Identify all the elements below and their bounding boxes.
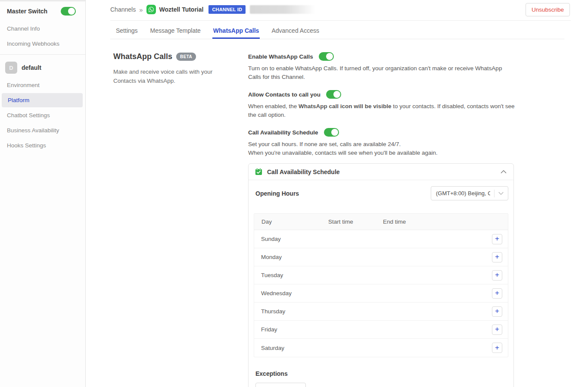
allow-contacts-toggle[interactable] <box>326 90 341 99</box>
breadcrumb-channels-link[interactable]: Channels <box>110 6 136 13</box>
section-intro: WhatsApp Calls BETA Make and receive voi… <box>113 52 248 387</box>
day-cell: Thursday <box>261 308 285 315</box>
day-cell: Wednesday <box>261 290 292 296</box>
allow-contacts-description: When enabled, the WhatsApp call icon wil… <box>248 102 515 119</box>
sidebar-item-business-availability[interactable]: Business Availability <box>0 123 85 137</box>
day-cell: Tuesday <box>261 272 283 278</box>
day-row: Friday + <box>254 321 508 339</box>
select-divider <box>494 190 495 197</box>
card-header[interactable]: Call Availability Schedule <box>249 164 513 180</box>
whatsapp-icon <box>146 5 156 14</box>
card-body: Opening Hours (GMT+8:00) Beijing, C... D… <box>249 180 513 387</box>
add-time-plus-button[interactable]: + <box>492 306 502 317</box>
main-area: Channels » Woztell Tutorial CHANNEL ID U… <box>86 0 588 387</box>
day-row: Wednesday + <box>254 284 508 303</box>
page-title: WhatsApp Calls <box>113 52 172 61</box>
beta-badge: BETA <box>176 53 196 61</box>
calendar-check-icon <box>255 168 263 176</box>
sidebar-divider <box>0 54 85 55</box>
col-end-time: End time <box>383 218 508 225</box>
enable-calls-toggle[interactable] <box>319 52 334 61</box>
sidebar-item-environment[interactable]: Environment <box>0 78 85 92</box>
settings-column: Enable WhatsApp Calls Turn on to enable … <box>248 52 515 387</box>
add-time-slot-button[interactable]: + Add Time Slot <box>255 383 306 387</box>
chevron-up-icon[interactable] <box>501 170 507 174</box>
sidebar-item-incoming-webhooks[interactable]: Incoming Webhooks <box>0 37 85 51</box>
channel-name: Woztell Tutorial <box>159 6 204 13</box>
tab-bar: Settings Message Template WhatsApp Calls… <box>86 23 588 39</box>
master-switch-toggle[interactable] <box>61 7 76 16</box>
sidebar: Master Switch Channel Info Incoming Webh… <box>0 0 86 387</box>
exceptions-label: Exceptions <box>255 370 508 377</box>
avatar: D <box>5 62 17 74</box>
col-day: Day <box>261 218 328 225</box>
call-availability-card: Call Availability Schedule Opening Hours… <box>248 163 514 387</box>
days-table-body: Sunday + Monday + Tuesday + Wednesday <box>254 230 508 357</box>
add-time-plus-button[interactable]: + <box>492 343 502 353</box>
timezone-value: (GMT+8:00) Beijing, C... <box>436 190 490 197</box>
tab-whatsapp-calls[interactable]: WhatsApp Calls <box>212 23 260 39</box>
allow-contacts-setting: Allow Contacts to call you When enabled,… <box>248 90 515 119</box>
schedule-toggle-label: Call Availability Schedule <box>248 129 318 136</box>
day-cell: Friday <box>261 326 277 333</box>
unsubscribe-button[interactable]: Unsubscribe <box>526 3 570 16</box>
opening-hours-table: Day Start time End time Sunday + Monday <box>254 213 508 357</box>
master-switch-row: Master Switch <box>0 3 85 21</box>
opening-hours-label: Opening Hours <box>255 190 299 197</box>
sidebar-group-label: default <box>22 64 41 71</box>
section-description: Make and receive voice calls with your C… <box>113 68 213 86</box>
enable-calls-label: Enable WhatsApp Calls <box>248 53 313 60</box>
day-row: Saturday + <box>254 339 508 357</box>
chevron-double-right-icon: » <box>139 6 143 13</box>
day-cell: Sunday <box>261 236 281 242</box>
day-cell: Monday <box>261 254 282 260</box>
master-switch-label: Master Switch <box>7 8 47 15</box>
add-time-plus-button[interactable]: + <box>492 252 502 262</box>
topbar: Channels » Woztell Tutorial CHANNEL ID U… <box>86 0 588 16</box>
breadcrumb: Channels » Woztell Tutorial CHANNEL ID <box>110 3 315 14</box>
add-time-plus-button[interactable]: + <box>492 234 502 244</box>
sidebar-item-channel-info[interactable]: Channel Info <box>0 22 85 36</box>
schedule-setting: Call Availability Schedule Set your call… <box>248 128 515 157</box>
schedule-description: Set your call hours. If none are set, ca… <box>248 140 515 157</box>
day-row: Monday + <box>254 248 508 266</box>
content: WhatsApp Calls BETA Make and receive voi… <box>86 39 588 387</box>
header-divider <box>110 20 571 21</box>
enable-calls-setting: Enable WhatsApp Calls Turn on to enable … <box>248 52 515 81</box>
redacted-channel-id <box>250 5 315 14</box>
channel-id-badge: CHANNEL ID <box>208 5 246 14</box>
tab-settings[interactable]: Settings <box>115 23 139 39</box>
sidebar-group-default[interactable]: D default <box>0 59 85 77</box>
tab-message-template[interactable]: Message Template <box>149 23 202 39</box>
enable-calls-description: Turn on to enable WhatsApp Calls. If tur… <box>248 64 515 81</box>
card-title: Call Availability Schedule <box>267 169 501 175</box>
add-time-plus-button[interactable]: + <box>492 288 502 299</box>
chevron-down-icon <box>498 192 504 195</box>
day-row: Tuesday + <box>254 266 508 284</box>
day-row: Sunday + <box>254 230 508 248</box>
tab-advanced-access[interactable]: Advanced Access <box>271 23 320 39</box>
day-cell: Saturday <box>261 345 284 351</box>
add-time-plus-button[interactable]: + <box>492 270 502 281</box>
day-row: Thursday + <box>254 303 508 321</box>
sidebar-item-chatbot-settings[interactable]: Chatbot Settings <box>0 108 85 122</box>
sidebar-item-hooks-settings[interactable]: Hooks Settings <box>0 138 85 153</box>
schedule-toggle[interactable] <box>324 128 339 137</box>
col-start-time: Start time <box>328 218 383 225</box>
add-time-plus-button[interactable]: + <box>492 325 502 335</box>
allow-contacts-label: Allow Contacts to call you <box>248 91 320 98</box>
sidebar-item-platform[interactable]: Platform <box>2 93 83 107</box>
timezone-select[interactable]: (GMT+8:00) Beijing, C... <box>431 186 508 200</box>
opening-hours-table-header: Day Start time End time <box>254 214 508 230</box>
